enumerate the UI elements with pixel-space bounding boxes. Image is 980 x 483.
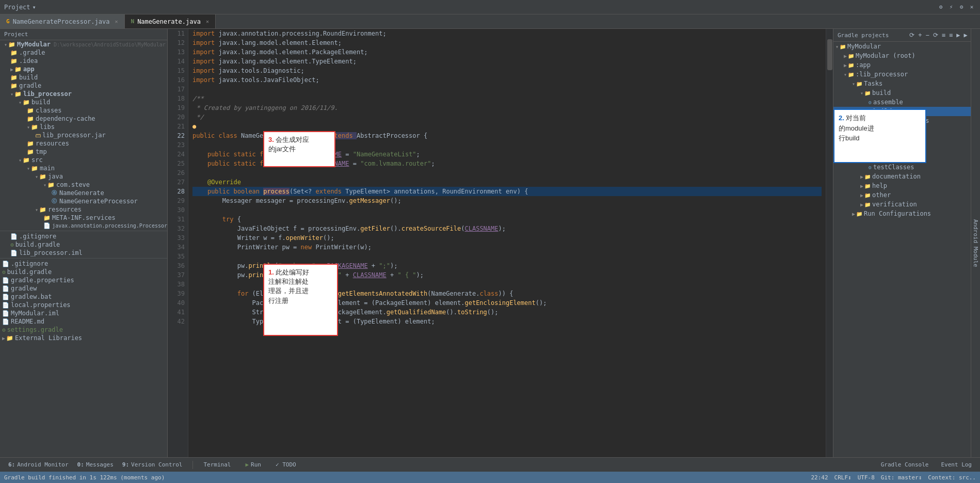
tab-run[interactable]: ▶ Run	[241, 460, 265, 469]
tab-gradle-console[interactable]: Gradle Console	[877, 460, 933, 469]
project-dropdown[interactable]: Project ▾	[4, 4, 36, 11]
gradle-item-mymodular-root[interactable]: ▶ 📁 MyModular (root)	[833, 51, 980, 60]
gradle-item-assemble[interactable]: ⚙ assemble	[833, 98, 980, 107]
tab-gradle-console-label: Gradle Console	[881, 461, 929, 468]
sidebar-item-java[interactable]: ▾ 📁 java	[0, 172, 167, 181]
tab-android-monitor[interactable]: 6: Android Monitor	[4, 460, 73, 469]
g-arrow-lib-processor: ▾	[844, 72, 847, 77]
sidebar-item-build[interactable]: ▾ 📁 build	[0, 98, 167, 106]
config-icon[interactable]: ⚙	[957, 3, 966, 11]
tab-icon-1: G	[6, 18, 10, 25]
gradle-item-tasks[interactable]: ▾ 📁 Tasks	[833, 79, 980, 88]
annotation-box-3: 3. 会生成对应的jar文件	[263, 131, 335, 167]
file-icon-root-gitignore: 📄	[2, 261, 9, 267]
sidebar-item-gradlew[interactable]: 📄 gradlew	[0, 284, 167, 293]
gradle-item-build-folder[interactable]: ▾ 📁 build	[833, 88, 980, 98]
android-module-tab[interactable]: Android Module	[971, 29, 980, 457]
sidebar-item-lib-iml[interactable]: 📄 lib_processor.iml	[0, 249, 167, 257]
gradle-reload-btn[interactable]: ⟳	[932, 31, 939, 39]
sidebar-item-settings-gradle[interactable]: ⚙ settings.gradle	[0, 326, 167, 334]
folder-icon-lib-processor: 📁	[14, 91, 22, 98]
settings-icon[interactable]: ⚙	[937, 3, 945, 11]
gradle-add-btn[interactable]: +	[917, 31, 923, 39]
sidebar-item-idea[interactable]: 📁 .idea	[0, 57, 167, 65]
gradle-item-help[interactable]: ▶ 📁 help	[833, 181, 980, 190]
sidebar-item-resources[interactable]: 📁 resources	[0, 139, 167, 148]
sidebar-item-namegenerate[interactable]: ⓐ NameGenerate	[0, 189, 167, 197]
sidebar-item-gradle-properties[interactable]: 📄 gradle.properties	[0, 276, 167, 284]
sidebar-item-mymodular-iml[interactable]: 📄 MyModular.iml	[0, 309, 167, 317]
folder-icon-tmp: 📁	[27, 149, 34, 155]
sidebar-item-lib-processor[interactable]: ▾ 📁 lib_processor	[0, 90, 167, 98]
sidebar-item-libs[interactable]: ▾ 📁 libs	[0, 123, 167, 131]
run-icon[interactable]: ⚡	[947, 3, 955, 11]
tab-name-generate[interactable]: N NameGenerate.java ✕	[125, 14, 216, 28]
scrollbar-thumb[interactable]	[827, 39, 832, 70]
gradle-debug-btn[interactable]: ▶	[963, 31, 969, 39]
sidebar-item-resources2[interactable]: ▾ 📁 resources	[0, 205, 167, 214]
gradle-expand-btn[interactable]: ≡	[941, 31, 946, 39]
sidebar-item-local-properties[interactable]: 📄 local.properties	[0, 301, 167, 309]
tab-close-1[interactable]: ✕	[115, 19, 118, 24]
gradle-collapse-btn[interactable]: ≡	[948, 31, 954, 39]
sidebar-item-namegenerateprocessor[interactable]: ⓒ NameGenerateProcessor	[0, 197, 167, 205]
status-encoding[interactable]: UTF-8	[858, 474, 875, 481]
sidebar-item-build-root[interactable]: 📁 build	[0, 73, 167, 82]
sidebar-item-root-gitignore[interactable]: 📄 .gitignore	[0, 260, 167, 268]
g-arrow-tasks: ▾	[852, 81, 855, 87]
tab-run-label: Run	[251, 461, 261, 468]
tab-version-control-num: 9:	[122, 461, 129, 468]
sidebar-item-processor[interactable]: 📄 javax.annotation.processing.Processor	[0, 222, 167, 230]
gradle-item-mymodular[interactable]: ▾ 📁 MyModular	[833, 42, 980, 51]
sidebar-tree[interactable]: ▾ 📁 MyModular D:\workspace\AndroidStudio…	[0, 40, 167, 457]
sidebar-item-gradle[interactable]: 📁 .gradle	[0, 49, 167, 57]
ln-37: 37	[171, 270, 185, 280]
gradle-item-testclasses[interactable]: ⚙ testClasses	[833, 163, 980, 172]
folder-icon-external-libraries: 📁	[6, 335, 13, 342]
gradle-item-app[interactable]: ▶ 📁 :app	[833, 60, 980, 70]
sidebar-item-readme[interactable]: 📄 README.md	[0, 317, 167, 326]
sidebar-item-build-gradle[interactable]: ⚙ build.gradle	[0, 240, 167, 249]
tab-event-log[interactable]: Event Log	[937, 460, 976, 469]
sidebar-item-classes[interactable]: 📁 classes	[0, 106, 167, 115]
sidebar-item-gradlew-bat[interactable]: 📄 gradlew.bat	[0, 293, 167, 301]
gradle-refresh-btn[interactable]: ⟳	[908, 31, 915, 39]
g-folder-verification: 📁	[864, 202, 871, 207]
sidebar-item-tmp[interactable]: 📁 tmp	[0, 148, 167, 156]
file-icon-gitignore: 📄	[10, 233, 18, 240]
g-label-help: help	[872, 182, 887, 189]
status-git[interactable]: Git: master↕	[881, 474, 922, 481]
sidebar-item-meta-inf[interactable]: 📁 META-INF.services	[0, 214, 167, 222]
gradle-run-btn[interactable]: ▶	[955, 31, 961, 39]
sidebar-item-app[interactable]: ▶ 📁 app	[0, 65, 167, 73]
gradle-item-other[interactable]: ▶ 📁 other	[833, 190, 980, 200]
tab-terminal[interactable]: Terminal	[199, 460, 235, 469]
gradle-item-run-configurations[interactable]: ▶ 📁 Run Configurations	[833, 209, 980, 218]
close-icon[interactable]: ✕	[968, 3, 976, 11]
sidebar-item-com-steve[interactable]: ▾ 📁 com.steve	[0, 181, 167, 189]
sidebar-item-external-libraries[interactable]: ▶ 📁 External Libraries	[0, 334, 167, 342]
sidebar-item-gradle-folder[interactable]: 📁 gradle	[0, 82, 167, 90]
gradle-item-lib-processor[interactable]: ▾ 📁 :lib_processor	[833, 70, 980, 79]
gradle-minus-btn[interactable]: −	[925, 31, 930, 39]
sidebar-item-mymodular[interactable]: ▾ 📁 MyModular D:\workspace\AndroidStudio…	[0, 40, 167, 49]
gradle-item-verification[interactable]: ▶ 📁 verification	[833, 200, 980, 209]
sidebar-item-root-build-gradle[interactable]: ⚙ build.gradle	[0, 268, 167, 276]
tab-messages[interactable]: 0: Messages	[73, 460, 118, 469]
status-crlf[interactable]: CRLF↕	[834, 474, 852, 481]
tab-version-control[interactable]: 9: Version Control	[118, 460, 187, 469]
code-area[interactable]: 11 12 13 14 15 16 17 18 19 20 21 22 23 2…	[168, 29, 826, 457]
sidebar-item-main[interactable]: ▾ 📁 main	[0, 164, 167, 172]
tab-todo[interactable]: ✓ TODO	[271, 460, 300, 469]
sidebar-item-gitignore[interactable]: 📄 .gitignore	[0, 232, 167, 240]
tab-name-generate-processor[interactable]: G NameGenerateProcessor.java ✕	[0, 14, 125, 28]
gradle-tree[interactable]: ▾ 📁 MyModular ▶ 📁 MyModular (root) ▶ 📁 :…	[833, 42, 980, 457]
g-folder-mymodular: 📁	[840, 44, 846, 50]
sidebar-item-src[interactable]: ▾ 📁 src	[0, 156, 167, 164]
sidebar-item-dep-cache[interactable]: 📁 dependency-cache	[0, 115, 167, 123]
ln-26: 26	[171, 168, 185, 178]
editor-scrollbar[interactable]	[826, 29, 833, 457]
tab-close-2[interactable]: ✕	[206, 19, 209, 24]
sidebar-item-jar[interactable]: 🗃 lib_processor.jar	[0, 131, 167, 139]
gradle-item-documentation[interactable]: ▶ 📁 documentation	[833, 172, 980, 181]
